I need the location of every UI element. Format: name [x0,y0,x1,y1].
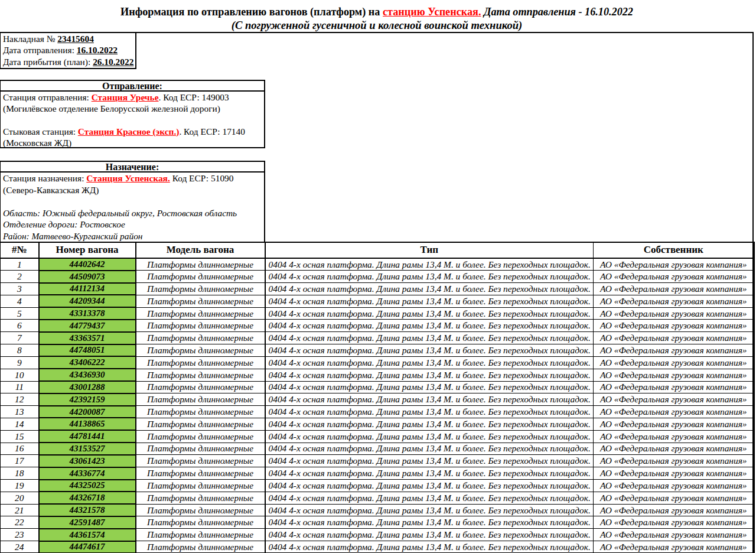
wagon-number-cell: 44748051 [39,344,136,357]
wagon-number-cell: 44138865 [39,418,136,430]
row-index-cell: 17 [1,455,39,467]
wagon-row: 11 43001288 Платформы длинномерные 0404 … [1,381,754,393]
departure-station-link: Станция Уречье [92,92,159,102]
wagon-model-cell: Платформы длинномерные [136,356,265,369]
wagon-type-cell: 0404 4-х осная платформа. Длина рамы 13,… [265,492,594,504]
wagon-row: 5 43313378 Платформы длинномерные 0404 4… [1,307,754,320]
wagon-type-cell: 0404 4-х осная платформа. Длина рамы 13,… [265,443,594,455]
wagon-row: 24 44474617 Платформы длинномерные 0404 … [1,541,754,553]
wagon-model-cell: Платформы длинномерные [136,430,265,443]
wagon-number-cell: 44361574 [39,529,136,541]
destination-station-label: Станция назначения: [3,173,86,183]
wagon-table-body: 1 44402642 Платформы длинномерные 0404 4… [1,258,754,553]
wagon-owner-cell: АО «Федеральная грузовая компания» [594,332,754,344]
row-index-cell: 10 [1,369,39,381]
wagon-type-cell: 0404 4-х осная платформа. Длина рамы 13,… [265,271,594,283]
wagon-owner-cell: АО «Федеральная грузовая компания» [594,529,754,541]
waybill-arrival-value: 26.10.2022 [93,57,133,67]
wagon-owner-cell: АО «Федеральная грузовая компания» [594,516,754,529]
wagon-model-cell: Платформы длинномерные [136,381,265,393]
destination-district-line: Район: Матвеево-Курганский район [3,230,264,242]
wagon-type-cell: 0404 4-х осная платформа. Длина рамы 13,… [265,393,594,406]
wagon-type-cell: 0404 4-х осная платформа. Длина рамы 13,… [265,344,594,357]
spacer-line [3,196,264,207]
wagon-type-cell: 0404 4-х осная платформа. Длина рамы 13,… [265,295,594,307]
wagon-model-cell: Платформы длинномерные [136,258,265,271]
waybill-number-label: Накладная № [3,34,57,44]
wagon-owner-cell: АО «Федеральная грузовая компания» [594,307,754,320]
junction-station-code: . Код ЕСР: 17140 [179,126,245,136]
wagon-number-cell: 43153527 [39,443,136,455]
row-index-cell: 22 [1,516,39,529]
waybill-departure-label: Дата отправления: [3,45,77,55]
wagon-row: 6 44779437 Платформы длинномерные 0404 4… [1,320,754,332]
wagon-number-cell: 43001288 [39,381,136,393]
departure-station-line: Станция отправления: Станция Уречье. Код… [3,92,264,103]
wagon-model-cell: Платформы длинномерные [136,541,265,553]
wagon-row: 4 44209344 Платформы длинномерные 0404 4… [1,295,754,307]
header-wagon-owner: Собственник [594,242,754,258]
wagon-type-cell: 0404 4-х осная платформа. Длина рамы 13,… [265,504,594,516]
document-title: Информация по отправлению вагонов (платф… [0,6,754,18]
wagon-number-cell: 44326718 [39,492,136,504]
wagon-type-cell: 0404 4-х осная платформа. Длина рамы 13,… [265,320,594,332]
row-index-cell: 16 [1,443,39,455]
wagon-row: 17 43061423 Платформы длинномерные 0404 … [1,455,754,467]
wagon-number-cell: 44509073 [39,271,136,283]
row-index-cell: 11 [1,381,39,393]
wagon-owner-cell: АО «Федеральная грузовая компания» [594,381,754,393]
destination-box: Назначение: Станция назначения: Станция … [0,161,265,243]
wagon-row: 14 44138865 Платформы длинномерные 0404 … [1,418,754,430]
row-index-cell: 1 [1,258,39,271]
wagon-row: 23 44361574 Платформы длинномерные 0404 … [1,529,754,541]
spacer-line [3,114,264,125]
waybill-number-value: 23415604 [57,34,94,44]
wagon-row: 19 44325025 Платформы длинномерные 0404 … [1,480,754,492]
wagon-number-cell: 44336774 [39,467,136,480]
wagon-row: 10 43436930 Платформы длинномерные 0404 … [1,369,754,381]
wagon-row: 13 44200087 Платформы длинномерные 0404 … [1,406,754,418]
title-station-link: станцию Успенская. [383,6,481,18]
row-index-cell: 8 [1,344,39,357]
destination-region-line: Область: Южный федеральный округ, Ростов… [3,207,264,219]
wagon-owner-cell: АО «Федеральная грузовая компания» [594,271,754,283]
wagon-owner-cell: АО «Федеральная грузовая компания» [594,443,754,455]
wagon-owner-cell: АО «Федеральная грузовая компания» [594,369,754,381]
wagon-owner-cell: АО «Федеральная грузовая компания» [594,406,754,418]
wagon-owner-cell: АО «Федеральная грузовая компания» [594,258,754,271]
wagon-number-cell: 44474617 [39,541,136,553]
row-index-cell: 19 [1,480,39,492]
row-index-cell: 14 [1,418,39,430]
wagon-table-header-row: #№ Номер вагона Модель вагона Тип Собств… [1,242,754,258]
wagon-type-cell: 0404 4-х осная платформа. Длина рамы 13,… [265,332,594,344]
departure-station-note: (Могилёвское отделение Белорусской желез… [3,103,264,114]
wagon-model-cell: Платформы длинномерные [136,467,265,480]
wagon-model-cell: Платформы длинномерные [136,492,265,504]
waybill-arrival-label: Дата прибытия (план): [3,57,93,67]
wagon-owner-cell: АО «Федеральная грузовая компания» [594,480,754,492]
destination-station-note: (Северо-Кавказская ЖД) [3,184,264,196]
wagon-owner-cell: АО «Федеральная грузовая компания» [594,344,754,357]
wagon-row: 8 44748051 Платформы длинномерные 0404 4… [1,344,754,357]
wagon-model-cell: Платформы длинномерные [136,516,265,529]
wagon-type-cell: 0404 4-х осная платформа. Длина рамы 13,… [265,406,594,418]
junction-station-line: Стыковая станция: Станция Красное (эксп.… [3,126,264,137]
title-date: Дата отправления - 16.10.2022 [481,6,633,18]
wagon-owner-cell: АО «Федеральная грузовая компания» [594,504,754,516]
header-index: #№ [1,242,39,258]
wagon-row: 9 43406222 Платформы длинномерные 0404 4… [1,356,754,369]
row-index-cell: 7 [1,332,39,344]
wagon-number-cell: 44325025 [39,480,136,492]
row-index-cell: 23 [1,529,39,541]
wagon-number-cell: 43406222 [39,356,136,369]
destination-division-line: Отделение дороги: Ростовское [3,219,264,230]
wagon-type-cell: 0404 4-х осная платформа. Длина рамы 13,… [265,418,594,430]
wagon-model-cell: Платформы длинномерные [136,504,265,516]
wagon-number-cell: 42591487 [39,516,136,529]
wagon-row: 3 44112134 Платформы длинномерные 0404 4… [1,283,754,295]
wagon-table: #№ Номер вагона Модель вагона Тип Собств… [0,242,755,553]
wagon-model-cell: Платформы длинномерные [136,529,265,541]
wagon-owner-cell: АО «Федеральная грузовая компания» [594,295,754,307]
wagon-type-cell: 0404 4-х осная платформа. Длина рамы 13,… [265,356,594,369]
wagon-model-cell: Платформы длинномерные [136,480,265,492]
